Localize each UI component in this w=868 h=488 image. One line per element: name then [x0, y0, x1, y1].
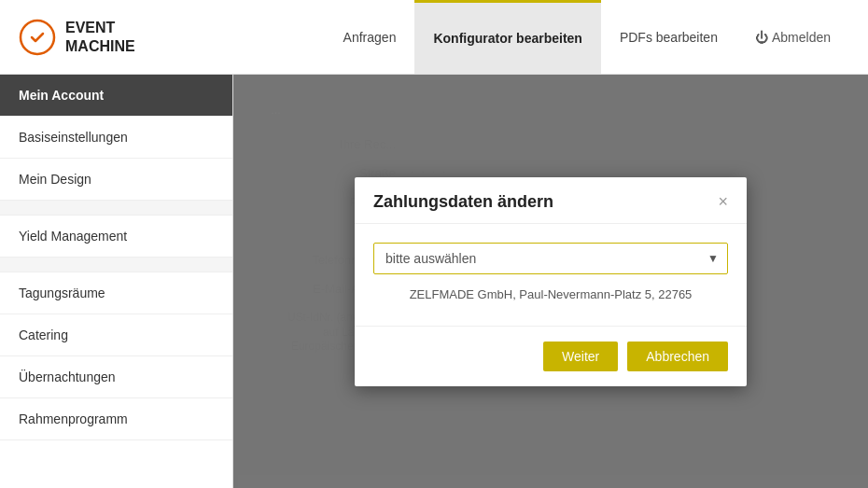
sidebar-item-basiseinstellungen[interactable]: Basiseinstellungen	[0, 117, 232, 159]
modal-body: bitte auswählen ▼ ZELFMADE GmbH, Paul-Ne…	[355, 224, 747, 326]
sidebar-item-tagungsraeume[interactable]: Tagungsräume	[0, 272, 232, 314]
sidebar: Mein Account Basiseinstellungen Mein Des…	[0, 75, 233, 488]
nav-pdfs[interactable]: PDFs bearbeiten	[601, 0, 736, 74]
logo-text: EVENT MACHINE	[65, 19, 135, 54]
sidebar-item-uebernachtungen[interactable]: Übernachtungen	[0, 356, 232, 398]
modal-close-button[interactable]: ×	[718, 193, 728, 210]
weiter-button[interactable]: Weiter	[543, 342, 618, 371]
modal-title: Zahlungsdaten ändern	[373, 192, 553, 212]
sidebar-item-mein-account[interactable]: Mein Account	[0, 75, 232, 117]
sidebar-item-catering[interactable]: Catering	[0, 314, 232, 356]
header: EVENT MACHINE Anfragen Konfigurator bear…	[0, 0, 868, 75]
layout: Mein Account Basiseinstellungen Mein Des…	[0, 75, 868, 488]
logo: EVENT MACHINE	[19, 19, 168, 56]
select-wrapper: bitte auswählen ▼	[373, 243, 728, 274]
svg-point-0	[21, 21, 54, 54]
nav-konfigurator[interactable]: Konfigurator bearbeiten	[414, 0, 600, 74]
modal-overlay: Zahlungsdaten ändern × bitte auswählen ▼…	[233, 75, 868, 488]
modal-header: Zahlungsdaten ändern ×	[355, 177, 747, 224]
company-text: ZELFMADE GmbH, Paul-Nevermann-Platz 5, 2…	[373, 287, 728, 301]
modal-zahlungsdaten: Zahlungsdaten ändern × bitte auswählen ▼…	[355, 177, 747, 386]
sidebar-item-rahmenprogramm[interactable]: Rahmenprogramm	[0, 398, 232, 440]
nav-anfragen[interactable]: Anfragen	[325, 0, 415, 74]
payment-select[interactable]: bitte auswählen	[373, 243, 728, 274]
sidebar-item-yield-management[interactable]: Yield Management	[0, 216, 232, 258]
nav-abmelden[interactable]: ⏻ Abmelden	[736, 0, 849, 74]
main-nav: Anfragen Konfigurator bearbeiten PDFs be…	[325, 0, 849, 74]
sidebar-item-mein-design[interactable]: Mein Design	[0, 159, 232, 201]
modal-footer: Weiter Abbrechen	[355, 326, 747, 386]
power-icon: ⏻	[755, 30, 768, 45]
abbrechen-button[interactable]: Abbrechen	[627, 342, 728, 371]
sidebar-spacer-2	[0, 258, 232, 272]
sidebar-spacer-1	[0, 201, 232, 216]
main-content-area: ... Ihre Rec... Straße · · · · PLZ, Ort …	[233, 75, 868, 488]
logo-icon	[19, 19, 56, 56]
